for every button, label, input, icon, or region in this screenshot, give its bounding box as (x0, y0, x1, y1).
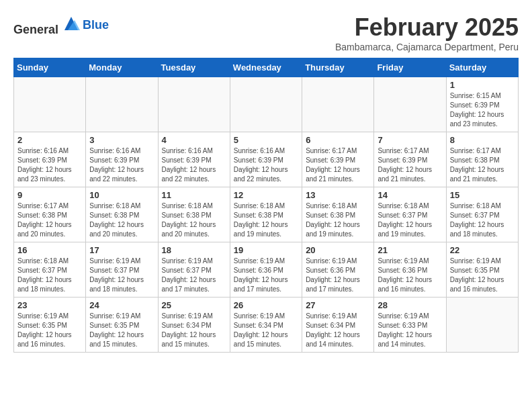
weekday-header-monday: Monday (86, 58, 158, 77)
calendar-week-row: 2Sunrise: 6:16 AM Sunset: 6:39 PM Daylig… (14, 132, 519, 187)
day-number: 27 (306, 300, 370, 310)
day-info: Sunrise: 6:19 AM Sunset: 6:34 PM Dayligh… (306, 312, 370, 349)
calendar-day-cell: 23Sunrise: 6:19 AM Sunset: 6:35 PM Dayli… (14, 298, 86, 353)
calendar-week-row: 23Sunrise: 6:19 AM Sunset: 6:35 PM Dayli… (14, 298, 519, 353)
calendar-day-cell (446, 298, 518, 353)
day-info: Sunrise: 6:18 AM Sunset: 6:38 PM Dayligh… (89, 201, 154, 239)
calendar-day-cell: 20Sunrise: 6:19 AM Sunset: 6:36 PM Dayli… (302, 242, 374, 298)
calendar-day-cell: 24Sunrise: 6:19 AM Sunset: 6:35 PM Dayli… (86, 298, 158, 353)
day-info: Sunrise: 6:16 AM Sunset: 6:39 PM Dayligh… (89, 146, 154, 184)
day-info: Sunrise: 6:19 AM Sunset: 6:35 PM Dayligh… (89, 312, 154, 349)
day-info: Sunrise: 6:17 AM Sunset: 6:38 PM Dayligh… (450, 146, 515, 184)
day-info: Sunrise: 6:18 AM Sunset: 6:37 PM Dayligh… (450, 201, 515, 239)
day-info: Sunrise: 6:16 AM Sunset: 6:39 PM Dayligh… (17, 146, 82, 184)
location-subtitle: Bambamarca, Cajamarca Department, Peru (335, 42, 519, 52)
day-number: 19 (234, 245, 298, 255)
calendar-day-cell: 19Sunrise: 6:19 AM Sunset: 6:36 PM Dayli… (230, 242, 302, 298)
day-number: 10 (89, 190, 154, 200)
calendar-day-cell: 6Sunrise: 6:17 AM Sunset: 6:39 PM Daylig… (302, 132, 374, 187)
calendar-day-cell (230, 77, 302, 132)
logo: General Blue (13, 13, 109, 37)
calendar-table: SundayMondayTuesdayWednesdayThursdayFrid… (13, 58, 519, 353)
day-number: 22 (450, 245, 515, 255)
calendar-day-cell: 9Sunrise: 6:17 AM Sunset: 6:38 PM Daylig… (14, 187, 86, 242)
day-number: 21 (378, 245, 442, 255)
day-number: 24 (89, 300, 154, 310)
page-header: General Blue February 2025 Bambamarca, C… (13, 13, 519, 52)
day-number: 14 (378, 190, 442, 200)
calendar-week-row: 1Sunrise: 6:15 AM Sunset: 6:39 PM Daylig… (14, 77, 519, 132)
day-info: Sunrise: 6:16 AM Sunset: 6:39 PM Dayligh… (234, 146, 298, 184)
calendar-day-cell: 17Sunrise: 6:19 AM Sunset: 6:37 PM Dayli… (86, 242, 158, 298)
day-info: Sunrise: 6:19 AM Sunset: 6:37 PM Dayligh… (89, 257, 154, 294)
day-info: Sunrise: 6:19 AM Sunset: 6:35 PM Dayligh… (17, 312, 82, 349)
day-number: 5 (234, 135, 298, 145)
weekday-header-sunday: Sunday (14, 58, 86, 77)
calendar-day-cell: 22Sunrise: 6:19 AM Sunset: 6:35 PM Dayli… (446, 242, 518, 298)
day-info: Sunrise: 6:19 AM Sunset: 6:35 PM Dayligh… (450, 257, 515, 294)
day-number: 25 (162, 300, 226, 310)
day-number: 12 (234, 190, 298, 200)
calendar-day-cell: 14Sunrise: 6:18 AM Sunset: 6:37 PM Dayli… (374, 187, 446, 242)
day-info: Sunrise: 6:18 AM Sunset: 6:37 PM Dayligh… (17, 257, 82, 294)
weekday-header-friday: Friday (374, 58, 446, 77)
day-info: Sunrise: 6:17 AM Sunset: 6:38 PM Dayligh… (17, 201, 82, 239)
day-info: Sunrise: 6:19 AM Sunset: 6:34 PM Dayligh… (234, 312, 298, 349)
calendar-day-cell: 13Sunrise: 6:18 AM Sunset: 6:38 PM Dayli… (302, 187, 374, 242)
day-number: 6 (306, 135, 370, 145)
title-area: February 2025 Bambamarca, Cajamarca Depa… (335, 13, 519, 52)
day-number: 1 (450, 80, 515, 90)
day-number: 13 (306, 190, 370, 200)
day-number: 11 (162, 190, 226, 200)
day-info: Sunrise: 6:15 AM Sunset: 6:39 PM Dayligh… (450, 91, 515, 129)
calendar-day-cell: 5Sunrise: 6:16 AM Sunset: 6:39 PM Daylig… (230, 132, 302, 187)
calendar-day-cell: 15Sunrise: 6:18 AM Sunset: 6:37 PM Dayli… (446, 187, 518, 242)
calendar-day-cell: 28Sunrise: 6:19 AM Sunset: 6:33 PM Dayli… (374, 298, 446, 353)
day-info: Sunrise: 6:16 AM Sunset: 6:39 PM Dayligh… (162, 146, 226, 184)
logo-general: General (13, 23, 58, 36)
day-number: 18 (162, 245, 226, 255)
calendar-day-cell (14, 77, 86, 132)
month-title: February 2025 (335, 13, 519, 42)
calendar-day-cell: 26Sunrise: 6:19 AM Sunset: 6:34 PM Dayli… (230, 298, 302, 353)
day-info: Sunrise: 6:17 AM Sunset: 6:39 PM Dayligh… (378, 146, 442, 184)
calendar-day-cell: 4Sunrise: 6:16 AM Sunset: 6:39 PM Daylig… (158, 132, 230, 187)
day-info: Sunrise: 6:19 AM Sunset: 6:33 PM Dayligh… (378, 312, 442, 349)
day-number: 3 (89, 135, 154, 145)
calendar-day-cell: 1Sunrise: 6:15 AM Sunset: 6:39 PM Daylig… (446, 77, 518, 132)
day-number: 17 (89, 245, 154, 255)
day-number: 23 (17, 300, 82, 310)
weekday-header-saturday: Saturday (446, 58, 518, 77)
day-info: Sunrise: 6:19 AM Sunset: 6:37 PM Dayligh… (162, 257, 226, 294)
day-info: Sunrise: 6:19 AM Sunset: 6:36 PM Dayligh… (234, 257, 298, 294)
day-number: 28 (378, 300, 442, 310)
calendar-day-cell: 11Sunrise: 6:18 AM Sunset: 6:38 PM Dayli… (158, 187, 230, 242)
weekday-header-row: SundayMondayTuesdayWednesdayThursdayFrid… (14, 58, 519, 77)
calendar-day-cell: 10Sunrise: 6:18 AM Sunset: 6:38 PM Dayli… (86, 187, 158, 242)
day-number: 9 (17, 190, 82, 200)
weekday-header-tuesday: Tuesday (158, 58, 230, 77)
day-info: Sunrise: 6:18 AM Sunset: 6:38 PM Dayligh… (234, 201, 298, 239)
calendar-day-cell (374, 77, 446, 132)
day-number: 26 (234, 300, 298, 310)
calendar-day-cell: 7Sunrise: 6:17 AM Sunset: 6:39 PM Daylig… (374, 132, 446, 187)
day-info: Sunrise: 6:18 AM Sunset: 6:38 PM Dayligh… (306, 201, 370, 239)
calendar-day-cell (86, 77, 158, 132)
calendar-day-cell: 2Sunrise: 6:16 AM Sunset: 6:39 PM Daylig… (14, 132, 86, 187)
day-info: Sunrise: 6:19 AM Sunset: 6:34 PM Dayligh… (162, 312, 226, 349)
day-number: 2 (17, 135, 82, 145)
calendar-day-cell: 12Sunrise: 6:18 AM Sunset: 6:38 PM Dayli… (230, 187, 302, 242)
day-info: Sunrise: 6:18 AM Sunset: 6:38 PM Dayligh… (162, 201, 226, 239)
day-info: Sunrise: 6:19 AM Sunset: 6:36 PM Dayligh… (306, 257, 370, 294)
day-number: 20 (306, 245, 370, 255)
calendar-week-row: 16Sunrise: 6:18 AM Sunset: 6:37 PM Dayli… (14, 242, 519, 298)
logo-blue: Blue (83, 18, 109, 32)
day-number: 7 (378, 135, 442, 145)
logo-icon (61, 13, 81, 34)
day-number: 16 (17, 245, 82, 255)
day-info: Sunrise: 6:18 AM Sunset: 6:37 PM Dayligh… (378, 201, 442, 239)
weekday-header-thursday: Thursday (302, 58, 374, 77)
calendar-day-cell: 3Sunrise: 6:16 AM Sunset: 6:39 PM Daylig… (86, 132, 158, 187)
calendar-day-cell: 18Sunrise: 6:19 AM Sunset: 6:37 PM Dayli… (158, 242, 230, 298)
weekday-header-wednesday: Wednesday (230, 58, 302, 77)
